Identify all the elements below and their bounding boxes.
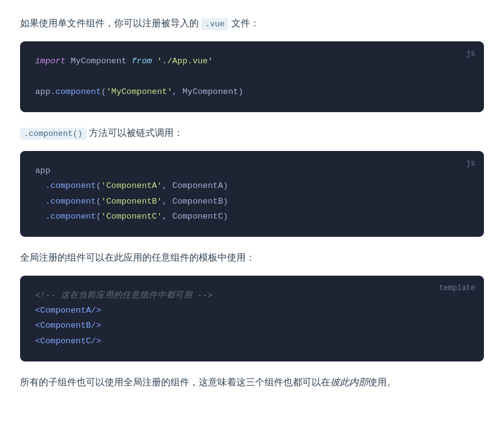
code-block-1: js import MyComponent from './App.vue' a… bbox=[20, 41, 484, 112]
code-line-2: app.component('MyComponent', MyComponent… bbox=[35, 85, 469, 100]
component-name-1: MyComponent bbox=[71, 56, 132, 66]
code-content-2: app .component('ComponentA', ComponentA)… bbox=[20, 151, 484, 237]
middle-paragraph: .component() 方法可以被链式调用： bbox=[20, 125, 484, 141]
code-line-comp-c: .component('ComponentC', ComponentC) bbox=[35, 209, 469, 224]
bottom-paragraph: 所有的子组件也可以使用全局注册的组件，这意味着这三个组件也都可以在彼此内部使用。 bbox=[20, 374, 484, 390]
method-c: .component bbox=[45, 212, 96, 221]
tag-comp-b: <ComponentB/> bbox=[35, 321, 101, 330]
intro-paragraph: 如果使用单文件组件，你可以注册被导入的 .vue 文件： bbox=[20, 15, 484, 31]
bottom-italic: 彼此内部 bbox=[330, 377, 368, 387]
app-var-1: app bbox=[35, 87, 50, 96]
comma-c: , ComponentC) bbox=[162, 212, 228, 221]
intro-text-1: 如果使用单文件组件，你可以注册被导入的 bbox=[20, 18, 199, 28]
import-keyword: import bbox=[35, 56, 66, 66]
comma-b: , ComponentB) bbox=[162, 197, 228, 206]
code-line-comp-b: .component('ComponentB', ComponentB) bbox=[35, 194, 469, 209]
code-line-1: import MyComponent from './App.vue' bbox=[35, 54, 469, 69]
code-content-3: <!-- 这在当前应用的任意组件中都可用 --> <ComponentA/> <… bbox=[20, 276, 484, 361]
tag-comp-a: <ComponentA/> bbox=[35, 306, 101, 315]
indent-b bbox=[35, 197, 45, 206]
indent-c bbox=[35, 212, 45, 221]
vue-inline-code: .vue bbox=[201, 18, 228, 30]
comma-1: , MyComponent) bbox=[172, 87, 243, 96]
bottom-text-2: 使用。 bbox=[368, 377, 396, 387]
method-b: .component bbox=[45, 197, 96, 206]
template-comment: <!-- 这在当前应用的任意组件中都可用 --> bbox=[35, 291, 213, 300]
comma-a: , ComponentA) bbox=[162, 181, 228, 190]
code-lang-3: template bbox=[439, 282, 475, 294]
method-a: .component bbox=[45, 181, 96, 190]
dot-component-method: .component bbox=[50, 87, 101, 96]
intro-text-2: 文件： bbox=[231, 18, 260, 28]
code-comment-line: <!-- 这在当前应用的任意组件中都可用 --> bbox=[35, 288, 469, 303]
code-tag-c: <ComponentC/> bbox=[35, 334, 469, 349]
code-content-1: import MyComponent from './App.vue' app.… bbox=[20, 41, 484, 112]
code-tag-a: <ComponentA/> bbox=[35, 303, 469, 318]
prose-paragraph-2: 全局注册的组件可以在此应用的任意组件的模板中使用： bbox=[20, 249, 484, 266]
component-method-inline: .component() bbox=[20, 128, 87, 140]
code-lang-1: js bbox=[466, 48, 475, 60]
import-path-1: './App.vue' bbox=[157, 56, 213, 66]
indent-a bbox=[35, 181, 45, 190]
str-a: 'ComponentA' bbox=[101, 181, 162, 190]
middle-text: 方法可以被链式调用： bbox=[89, 127, 183, 138]
bottom-text-1: 所有的子组件也可以使用全局注册的组件，这意味着这三个组件也都可以在 bbox=[20, 377, 330, 387]
str-b: 'ComponentB' bbox=[101, 197, 162, 206]
code-tag-b: <ComponentB/> bbox=[35, 318, 469, 333]
code-line-comp-a: .component('ComponentA', ComponentA) bbox=[35, 179, 469, 194]
str-c: 'ComponentC' bbox=[101, 212, 162, 221]
app-var-2: app bbox=[35, 166, 50, 175]
code-block-3: template <!-- 这在当前应用的任意组件中都可用 --> <Compo… bbox=[20, 276, 484, 361]
code-block-2: js app .component('ComponentA', Componen… bbox=[20, 151, 484, 237]
comp-string-1: 'MyComponent' bbox=[106, 87, 172, 96]
tag-comp-c: <ComponentC/> bbox=[35, 336, 101, 346]
code-line-app: app bbox=[35, 164, 469, 179]
code-lang-2: js bbox=[466, 157, 475, 170]
from-keyword: from bbox=[132, 56, 152, 66]
